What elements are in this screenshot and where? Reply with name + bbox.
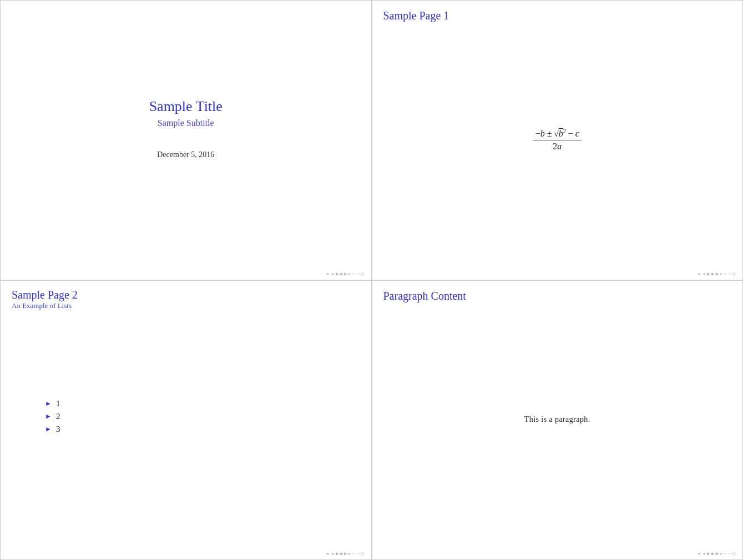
slide-1-subtitle: Sample Subtitle bbox=[158, 118, 214, 128]
nav-symbols-2: ◄ ◄ ▶ ▶ ▶ ▸ bbox=[697, 271, 722, 276]
list-item-3-text: 3 bbox=[56, 425, 60, 434]
slide-4-paragraph: This is a paragraph. bbox=[524, 415, 590, 424]
slide-3-nav: ◄ ◄ ▶ ▶ ▶ ▸ ≡ ∽◎ bbox=[1, 551, 371, 556]
slide-4-content: This is a paragraph. bbox=[372, 302, 743, 560]
slide-2-formula: −b ± √b2 − c 2a bbox=[533, 128, 582, 152]
slide-4-nav: ◄ ◄ ▶ ▶ ▶ ▸ ≡ ∽◎ bbox=[372, 551, 743, 556]
list-item-2-text: 2 bbox=[56, 412, 60, 421]
bullet-icon-3: ► bbox=[45, 425, 52, 433]
slide-3-list: ► 1 ► 2 ► 3 bbox=[1, 310, 371, 560]
nav-equals-1: ≡ bbox=[352, 271, 355, 276]
list-item-1: ► 1 bbox=[45, 399, 371, 408]
slide-1-content: Sample Title Sample Subtitle December 5,… bbox=[1, 1, 371, 280]
slide-2-title: Sample Page 1 bbox=[372, 1, 743, 22]
nav-loop-4: ∽◎ bbox=[728, 551, 736, 556]
nav-equals-3: ≡ bbox=[352, 551, 355, 556]
slide-1-date: December 5, 2016 bbox=[157, 150, 214, 159]
slide-3-title: Sample Page 2 bbox=[12, 289, 360, 301]
slide-1-title: Sample Title bbox=[149, 98, 223, 115]
slide-2: Sample Page 1 −b ± √b2 − c 2a ◄ ◄ ▶ ▶ ▶ … bbox=[372, 0, 744, 280]
slide-1: Sample Title Sample Subtitle December 5,… bbox=[0, 0, 372, 280]
nav-loop-3: ∽◎ bbox=[357, 551, 365, 556]
slide-2-nav: ◄ ◄ ▶ ▶ ▶ ▸ ≡ ∽◎ bbox=[372, 271, 743, 276]
numerator: −b ± √b2 − c bbox=[533, 128, 582, 140]
bullet-icon-1: ► bbox=[45, 400, 52, 408]
nav-symbols-1: ◄ ◄ ▶ ▶ ▶ ▸ bbox=[325, 271, 351, 276]
bullet-icon-2: ► bbox=[45, 412, 52, 421]
nav-equals-2: ≡ bbox=[724, 271, 726, 276]
fraction: −b ± √b2 − c 2a bbox=[533, 128, 582, 152]
nav-equals-4: ≡ bbox=[724, 551, 726, 556]
denominator: 2a bbox=[550, 140, 564, 152]
nav-loop-1: ∽◎ bbox=[357, 271, 365, 276]
slide-3-header: Sample Page 2 An Example of Lists bbox=[1, 281, 371, 310]
slide-3: Sample Page 2 An Example of Lists ► 1 ► … bbox=[0, 280, 372, 561]
slide-4-title: Paragraph Content bbox=[372, 281, 743, 302]
nav-loop-2: ∽◎ bbox=[728, 271, 736, 276]
slide-3-subtitle: An Example of Lists bbox=[12, 301, 360, 310]
list-item-3: ► 3 bbox=[45, 425, 371, 434]
slide-2-content: −b ± √b2 − c 2a bbox=[372, 22, 743, 280]
nav-symbols-3: ◄ ◄ ▶ ▶ ▶ ▸ bbox=[325, 551, 351, 556]
slide-1-nav: ◄ ◄ ▶ ▶ ▶ ▸ ≡ ∽◎ bbox=[1, 271, 371, 276]
slide-4: Paragraph Content This is a paragraph. ◄… bbox=[372, 280, 744, 561]
list-item-2: ► 2 bbox=[45, 412, 371, 421]
nav-symbols-4: ◄ ◄ ▶ ▶ ▶ ▸ bbox=[697, 551, 722, 556]
list-item-1-text: 1 bbox=[56, 399, 60, 408]
